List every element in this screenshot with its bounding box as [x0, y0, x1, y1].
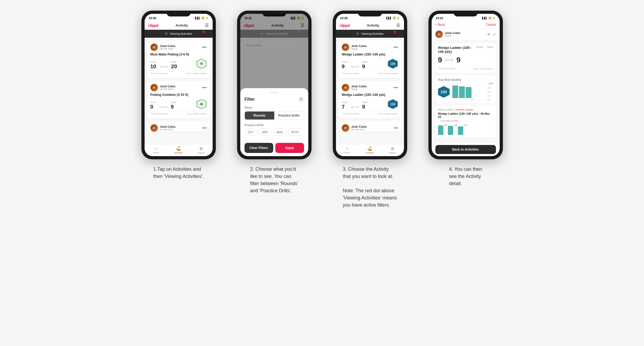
user-date-3-3: 28 Feb 2023 — [351, 128, 367, 131]
activity-title-1-1: Must Make Putting (3-6 ft) — [150, 53, 207, 56]
nav-capture-3[interactable]: ⊕ Capture — [381, 146, 404, 154]
session-prefix-4: Player Activity > — [438, 108, 456, 111]
chip-ott[interactable]: OTT — [245, 129, 257, 136]
home-label-1: Home — [153, 151, 158, 154]
practice-drills-btn[interactable]: Practice Drills — [274, 112, 304, 119]
menu-icon-3[interactable]: ☰ — [396, 23, 400, 28]
menu-icon-1[interactable]: ☰ — [205, 23, 209, 28]
capture-icon-3: ⊕ — [391, 146, 394, 151]
content-area-1[interactable]: JC Josh Coles 28 Feb 2023 ••• Must Make … — [145, 38, 213, 144]
more-dots-1-1[interactable]: ••• — [202, 45, 207, 50]
filter-modal-overlay[interactable]: Filter ✕ Show Rounds Practice Drills Pra… — [240, 14, 308, 156]
nav-activities-3[interactable]: ⛳ Activities — [359, 146, 381, 154]
cancel-btn-4[interactable]: Cancel — [486, 23, 496, 27]
detail-action-icons-4: ✏ ⤢ — [487, 32, 496, 36]
more-dots-1-3[interactable]: ••• — [202, 126, 207, 130]
chart-hex-val-4: 130 — [441, 90, 447, 94]
footer-left-1-2: ⓘ Test Information — [150, 112, 168, 115]
column-4: 13:21 ▌▌▌ 📶 🔋 < Back Cancel JC — [423, 11, 508, 187]
activity-card-1-3[interactable]: JC Josh Coles 28 Feb 2023 ••• — [147, 121, 210, 132]
show-label: Show — [245, 106, 304, 109]
mini-bar-2-val-4: 129 — [454, 124, 457, 126]
shots-col-label-4: Shots — [487, 46, 493, 48]
modal-handle — [270, 92, 279, 93]
red-dot-3 — [394, 31, 396, 33]
chart-bars-4 — [452, 83, 493, 98]
card-footer-1-1: ⓘ Test Information Data: Clippd Capture — [150, 71, 207, 75]
card-footer-3-2: ⓘ Test Information Data: Clippd Capture — [342, 111, 398, 115]
content-area-3[interactable]: JC Josh Coles Today ••• Wedge Ladder (10… — [336, 38, 404, 144]
chip-app[interactable]: APP — [259, 129, 272, 136]
description-1: 1.Tap on Activities andthen 'Viewing Act… — [153, 166, 204, 180]
chip-putt[interactable]: PUTT — [288, 129, 302, 136]
activities-icon-3: ⛳ — [367, 146, 372, 151]
back-btn-4[interactable]: < Back — [435, 23, 445, 27]
modal-close-btn[interactable]: ✕ — [298, 96, 304, 102]
edit-icon-4[interactable]: ✏ — [487, 32, 491, 36]
modal-title: Filter — [245, 97, 255, 102]
activity-card-1-2[interactable]: JC Josh Coles 28 Feb 2023 ••• Putting Co… — [147, 81, 210, 118]
avatar-name-1-2: JC Josh Coles 28 Feb 2023 — [150, 84, 176, 91]
column-2: 13:21 ▌▌▌ 📶 🔋 clippd Activity ☰ ⚙ Vi — [232, 11, 317, 194]
phone-notch-4 — [454, 11, 478, 16]
score-value-1-2: 0 — [150, 104, 156, 109]
wifi-icon-1: 📶 — [201, 17, 204, 19]
nav-bar-3: clippd Activity ☰ — [336, 21, 404, 30]
shots-value-1-1: 20 — [171, 64, 177, 69]
stat-score-3-1: Score 9 — [342, 61, 347, 69]
rounds-btn[interactable]: Rounds — [245, 112, 274, 119]
modal-actions: Clear Filters Apply — [245, 139, 304, 156]
shot-quality-value-1-2: 45 — [200, 102, 203, 106]
chart-container-wrapper-4: 130 APP 140 — [452, 83, 493, 100]
mini-bar-3-val-4: 124 — [464, 124, 467, 126]
nav-capture-1[interactable]: ⊕ Capture — [190, 146, 212, 154]
more-dots-3-2[interactable]: ••• — [394, 85, 398, 90]
activity-card-3-2[interactable]: JC Josh Coles Today ••• Wedge Ladder (10… — [339, 81, 401, 118]
modal-header: Filter ✕ — [245, 96, 304, 102]
column-3: 13:20 ▌▌▌ 📶 🔋 clippd Activity ☰ ⚙ Vi — [327, 11, 413, 209]
back-activities-btn-4[interactable]: Back to Activities — [435, 145, 496, 154]
stats-row-1-2: Score 0 OUT OF Shots 9 — [150, 99, 207, 109]
filter-bar-1[interactable]: ⚙ Viewing Activities — [145, 30, 213, 38]
status-time-1: 13:20 — [149, 16, 156, 20]
description-3: 3. Choose the Activitythat you want to l… — [343, 166, 397, 209]
clear-filters-btn[interactable]: Clear Filters — [245, 143, 273, 153]
nav-home-3[interactable]: ⌂ Home — [336, 146, 359, 154]
nav-home-1[interactable]: ⌂ Home — [145, 146, 167, 154]
outof-3-2: OUT OF — [351, 106, 359, 108]
sub-title-4: Wedge Ladder (100–140 yds) - 06 Mar 23 — [438, 112, 493, 118]
outof-1-1: OUT OF — [160, 66, 168, 68]
user-date-1-3: 28 Feb 2023 — [160, 128, 176, 131]
chart-area-4: Avg Shot Quality 130 130 — [435, 75, 496, 103]
more-dots-1-2[interactable]: ••• — [202, 85, 207, 90]
activity-card-3-3[interactable]: JC Josh Coles 28 Feb 2023 ••• — [339, 121, 401, 132]
activity-card-1-1[interactable]: JC Josh Coles 28 Feb 2023 ••• Must Make … — [147, 40, 210, 78]
chip-arg[interactable]: ARG — [273, 129, 287, 136]
filter-bar-3[interactable]: ⚙ Viewing Activities — [336, 30, 404, 38]
activities-label-3: Activities — [366, 152, 374, 154]
sub-metric-4: ··· Avg Shot Quality — [438, 119, 493, 122]
apply-btn[interactable]: Apply — [275, 143, 304, 153]
detail-outof-4: OUT OF — [445, 59, 454, 61]
activity-card-3-1[interactable]: JC Josh Coles Today ••• Wedge Ladder (10… — [339, 40, 401, 78]
practice-drills-label: Practice Drills — [245, 123, 304, 127]
card-footer-1-2: ⓘ Test Information Data: Clippd Capture — [150, 111, 207, 115]
capture-label-3: Capture — [389, 152, 396, 154]
more-dots-3-1[interactable]: ••• — [394, 45, 398, 50]
card-header-1-2: JC Josh Coles 28 Feb 2023 ••• — [150, 84, 207, 91]
more-dots-3-3[interactable]: ••• — [394, 126, 398, 130]
filter-chips-row: OTT APP ARG PUTT — [245, 129, 304, 136]
detail-score-num-4: 9 — [438, 56, 442, 64]
expand-icon-4[interactable]: ⤢ — [493, 32, 496, 36]
bottom-nav-3: ⌂ Home ⛳ Activities ⊕ Capture — [336, 144, 404, 156]
detail-footer-4: ⓘ Test Information Data: Clippd Capture — [438, 66, 493, 70]
detail-content-4[interactable]: Wedge Ladder (100–140 yds) Score Shots 9… — [432, 40, 500, 143]
bottom-nav-1: ⌂ Home ⛳ Activities ⊕ Capture — [145, 144, 213, 156]
avatar-name-3-1: JC Josh Coles Today — [342, 44, 367, 51]
status-time-3: 13:20 — [340, 16, 348, 20]
filter-bar-label-3: Viewing Activities — [361, 32, 384, 35]
detail-user-date-4: Today — [445, 35, 461, 37]
user-info-3-2: Josh Coles Today — [351, 85, 367, 91]
nav-activities-1[interactable]: ⛳ Activities — [167, 146, 190, 154]
shots-value-3-2: 9 — [362, 104, 367, 109]
